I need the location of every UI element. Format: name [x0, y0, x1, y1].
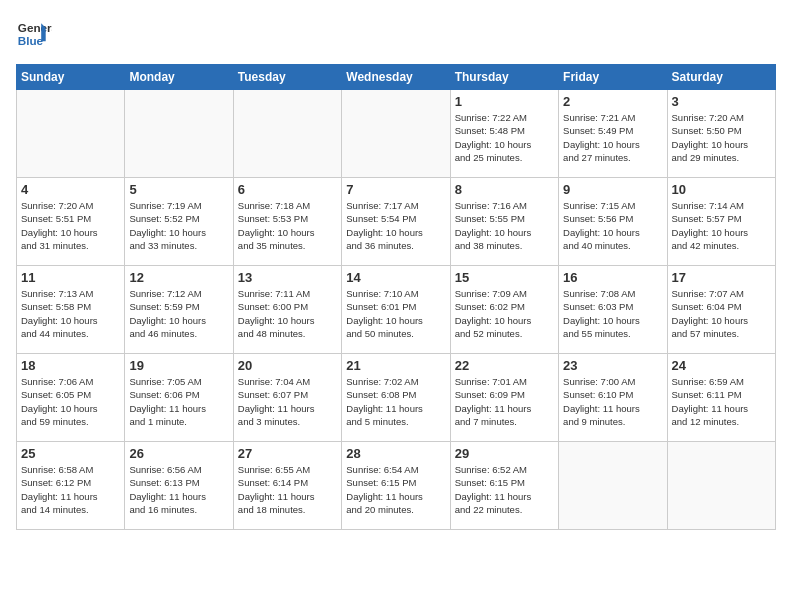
calendar-cell: 7Sunrise: 7:17 AM Sunset: 5:54 PM Daylig…	[342, 178, 450, 266]
calendar-week-row: 4Sunrise: 7:20 AM Sunset: 5:51 PM Daylig…	[17, 178, 776, 266]
calendar-cell: 22Sunrise: 7:01 AM Sunset: 6:09 PM Dayli…	[450, 354, 558, 442]
day-info: Sunrise: 7:01 AM Sunset: 6:09 PM Dayligh…	[455, 375, 554, 428]
day-info: Sunrise: 7:17 AM Sunset: 5:54 PM Dayligh…	[346, 199, 445, 252]
calendar-cell: 26Sunrise: 6:56 AM Sunset: 6:13 PM Dayli…	[125, 442, 233, 530]
calendar-cell: 17Sunrise: 7:07 AM Sunset: 6:04 PM Dayli…	[667, 266, 775, 354]
day-info: Sunrise: 7:10 AM Sunset: 6:01 PM Dayligh…	[346, 287, 445, 340]
day-info: Sunrise: 6:54 AM Sunset: 6:15 PM Dayligh…	[346, 463, 445, 516]
calendar-cell: 12Sunrise: 7:12 AM Sunset: 5:59 PM Dayli…	[125, 266, 233, 354]
svg-text:Blue: Blue	[18, 34, 44, 47]
day-info: Sunrise: 7:05 AM Sunset: 6:06 PM Dayligh…	[129, 375, 228, 428]
day-number: 26	[129, 446, 228, 461]
day-number: 20	[238, 358, 337, 373]
calendar-cell: 25Sunrise: 6:58 AM Sunset: 6:12 PM Dayli…	[17, 442, 125, 530]
calendar-cell: 21Sunrise: 7:02 AM Sunset: 6:08 PM Dayli…	[342, 354, 450, 442]
weekday-header: Wednesday	[342, 65, 450, 90]
calendar-cell: 15Sunrise: 7:09 AM Sunset: 6:02 PM Dayli…	[450, 266, 558, 354]
day-info: Sunrise: 7:13 AM Sunset: 5:58 PM Dayligh…	[21, 287, 120, 340]
calendar-cell	[17, 90, 125, 178]
day-number: 24	[672, 358, 771, 373]
day-info: Sunrise: 6:55 AM Sunset: 6:14 PM Dayligh…	[238, 463, 337, 516]
day-info: Sunrise: 7:09 AM Sunset: 6:02 PM Dayligh…	[455, 287, 554, 340]
weekday-header: Sunday	[17, 65, 125, 90]
weekday-header: Thursday	[450, 65, 558, 90]
day-info: Sunrise: 7:00 AM Sunset: 6:10 PM Dayligh…	[563, 375, 662, 428]
calendar-cell: 2Sunrise: 7:21 AM Sunset: 5:49 PM Daylig…	[559, 90, 667, 178]
calendar-cell: 4Sunrise: 7:20 AM Sunset: 5:51 PM Daylig…	[17, 178, 125, 266]
calendar-week-row: 1Sunrise: 7:22 AM Sunset: 5:48 PM Daylig…	[17, 90, 776, 178]
day-number: 9	[563, 182, 662, 197]
calendar-cell: 16Sunrise: 7:08 AM Sunset: 6:03 PM Dayli…	[559, 266, 667, 354]
calendar-cell: 1Sunrise: 7:22 AM Sunset: 5:48 PM Daylig…	[450, 90, 558, 178]
calendar-cell: 23Sunrise: 7:00 AM Sunset: 6:10 PM Dayli…	[559, 354, 667, 442]
day-info: Sunrise: 7:20 AM Sunset: 5:51 PM Dayligh…	[21, 199, 120, 252]
day-number: 17	[672, 270, 771, 285]
calendar-cell: 28Sunrise: 6:54 AM Sunset: 6:15 PM Dayli…	[342, 442, 450, 530]
calendar-cell: 5Sunrise: 7:19 AM Sunset: 5:52 PM Daylig…	[125, 178, 233, 266]
day-number: 2	[563, 94, 662, 109]
weekday-header: Friday	[559, 65, 667, 90]
day-number: 1	[455, 94, 554, 109]
day-number: 6	[238, 182, 337, 197]
calendar-week-row: 25Sunrise: 6:58 AM Sunset: 6:12 PM Dayli…	[17, 442, 776, 530]
svg-text:General: General	[18, 21, 52, 34]
calendar-cell	[667, 442, 775, 530]
calendar-cell: 6Sunrise: 7:18 AM Sunset: 5:53 PM Daylig…	[233, 178, 341, 266]
day-info: Sunrise: 6:58 AM Sunset: 6:12 PM Dayligh…	[21, 463, 120, 516]
weekday-header: Monday	[125, 65, 233, 90]
day-number: 22	[455, 358, 554, 373]
day-info: Sunrise: 7:19 AM Sunset: 5:52 PM Dayligh…	[129, 199, 228, 252]
day-info: Sunrise: 7:18 AM Sunset: 5:53 PM Dayligh…	[238, 199, 337, 252]
day-info: Sunrise: 7:15 AM Sunset: 5:56 PM Dayligh…	[563, 199, 662, 252]
weekday-header: Saturday	[667, 65, 775, 90]
calendar-cell	[559, 442, 667, 530]
day-info: Sunrise: 7:06 AM Sunset: 6:05 PM Dayligh…	[21, 375, 120, 428]
calendar-cell: 18Sunrise: 7:06 AM Sunset: 6:05 PM Dayli…	[17, 354, 125, 442]
day-info: Sunrise: 7:20 AM Sunset: 5:50 PM Dayligh…	[672, 111, 771, 164]
calendar-cell: 11Sunrise: 7:13 AM Sunset: 5:58 PM Dayli…	[17, 266, 125, 354]
day-info: Sunrise: 7:21 AM Sunset: 5:49 PM Dayligh…	[563, 111, 662, 164]
calendar-week-row: 11Sunrise: 7:13 AM Sunset: 5:58 PM Dayli…	[17, 266, 776, 354]
day-info: Sunrise: 7:08 AM Sunset: 6:03 PM Dayligh…	[563, 287, 662, 340]
day-number: 8	[455, 182, 554, 197]
calendar-cell: 29Sunrise: 6:52 AM Sunset: 6:15 PM Dayli…	[450, 442, 558, 530]
calendar-cell: 9Sunrise: 7:15 AM Sunset: 5:56 PM Daylig…	[559, 178, 667, 266]
day-info: Sunrise: 6:59 AM Sunset: 6:11 PM Dayligh…	[672, 375, 771, 428]
calendar-cell	[125, 90, 233, 178]
weekday-header: Tuesday	[233, 65, 341, 90]
calendar-cell: 14Sunrise: 7:10 AM Sunset: 6:01 PM Dayli…	[342, 266, 450, 354]
day-number: 27	[238, 446, 337, 461]
day-number: 28	[346, 446, 445, 461]
day-number: 12	[129, 270, 228, 285]
day-number: 16	[563, 270, 662, 285]
calendar-cell: 19Sunrise: 7:05 AM Sunset: 6:06 PM Dayli…	[125, 354, 233, 442]
calendar-cell: 10Sunrise: 7:14 AM Sunset: 5:57 PM Dayli…	[667, 178, 775, 266]
day-number: 5	[129, 182, 228, 197]
day-number: 18	[21, 358, 120, 373]
day-info: Sunrise: 7:22 AM Sunset: 5:48 PM Dayligh…	[455, 111, 554, 164]
day-info: Sunrise: 7:14 AM Sunset: 5:57 PM Dayligh…	[672, 199, 771, 252]
calendar-cell: 24Sunrise: 6:59 AM Sunset: 6:11 PM Dayli…	[667, 354, 775, 442]
logo-icon: General Blue	[16, 16, 52, 52]
day-info: Sunrise: 7:12 AM Sunset: 5:59 PM Dayligh…	[129, 287, 228, 340]
calendar-cell: 13Sunrise: 7:11 AM Sunset: 6:00 PM Dayli…	[233, 266, 341, 354]
day-info: Sunrise: 7:02 AM Sunset: 6:08 PM Dayligh…	[346, 375, 445, 428]
calendar-cell	[233, 90, 341, 178]
day-number: 4	[21, 182, 120, 197]
day-number: 15	[455, 270, 554, 285]
day-info: Sunrise: 6:52 AM Sunset: 6:15 PM Dayligh…	[455, 463, 554, 516]
logo: General Blue	[16, 16, 52, 52]
day-info: Sunrise: 7:07 AM Sunset: 6:04 PM Dayligh…	[672, 287, 771, 340]
day-number: 7	[346, 182, 445, 197]
calendar-cell: 27Sunrise: 6:55 AM Sunset: 6:14 PM Dayli…	[233, 442, 341, 530]
day-info: Sunrise: 7:16 AM Sunset: 5:55 PM Dayligh…	[455, 199, 554, 252]
day-number: 11	[21, 270, 120, 285]
page-header: General Blue	[16, 16, 776, 52]
day-number: 29	[455, 446, 554, 461]
calendar-cell: 20Sunrise: 7:04 AM Sunset: 6:07 PM Dayli…	[233, 354, 341, 442]
weekday-header-row: SundayMondayTuesdayWednesdayThursdayFrid…	[17, 65, 776, 90]
day-number: 10	[672, 182, 771, 197]
calendar-week-row: 18Sunrise: 7:06 AM Sunset: 6:05 PM Dayli…	[17, 354, 776, 442]
calendar-table: SundayMondayTuesdayWednesdayThursdayFrid…	[16, 64, 776, 530]
day-number: 21	[346, 358, 445, 373]
